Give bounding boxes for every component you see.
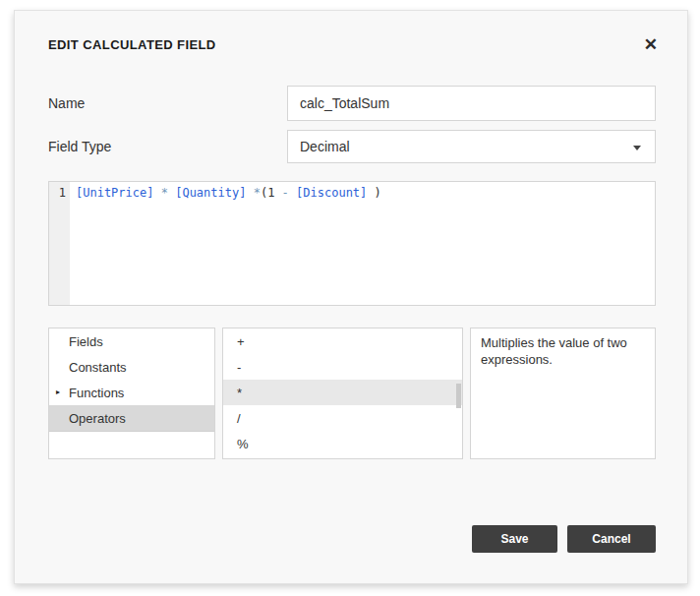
- operator-description: Multiplies the value of two expressions.: [471, 328, 655, 374]
- operator-item-label: %: [237, 437, 249, 451]
- name-input[interactable]: [287, 86, 656, 121]
- dialog-title: EDIT CALCULATED FIELD: [48, 37, 216, 52]
- operator-item-label: +: [237, 334, 245, 349]
- expression-token: ): [367, 186, 380, 200]
- expression-token: [153, 186, 160, 200]
- name-row: Name: [48, 86, 656, 121]
- field-type-select[interactable]: Decimal: [287, 130, 656, 163]
- category-item-constants[interactable]: Constants: [49, 354, 214, 380]
- operator-item[interactable]: -: [223, 354, 462, 380]
- save-button[interactable]: Save: [472, 525, 557, 553]
- operator-item[interactable]: %: [223, 431, 462, 456]
- cancel-button[interactable]: Cancel: [567, 525, 656, 553]
- category-item-functions[interactable]: ▸Functions: [49, 380, 214, 405]
- expression-token: [Quantity]: [175, 186, 246, 200]
- list-divider: [49, 431, 214, 432]
- operator-item-label: -: [237, 360, 241, 375]
- expression-line[interactable]: [UnitPrice] * [Quantity] *(1 - [Discount…: [70, 182, 655, 305]
- operator-item-label: *: [237, 386, 242, 400]
- close-icon[interactable]: ✕: [644, 37, 658, 52]
- category-item-label: Functions: [69, 386, 124, 400]
- edit-calculated-field-dialog: EDIT CALCULATED FIELD ✕ Name Field Type …: [14, 10, 688, 584]
- dialog-footer: Save Cancel: [48, 525, 656, 553]
- expression-token: [UnitPrice]: [76, 186, 153, 200]
- operator-item[interactable]: *: [223, 380, 462, 405]
- category-item-label: Fields: [69, 334, 103, 349]
- field-type-label: Field Type: [48, 139, 111, 154]
- category-item-label: Constants: [69, 360, 127, 375]
- dialog-header: EDIT CALCULATED FIELD ✕: [15, 11, 687, 54]
- reference-panels: FieldsConstants▸FunctionsOperators +-*/%…: [48, 328, 656, 459]
- category-list: FieldsConstants▸FunctionsOperators: [48, 328, 215, 459]
- expression-editor[interactable]: 1 [UnitPrice] * [Quantity] *(1 - [Discou…: [48, 181, 656, 306]
- expression-token: [246, 186, 253, 200]
- field-type-row: Field Type Decimal: [48, 130, 656, 163]
- expression-token: *: [161, 186, 168, 200]
- category-item-label: Operators: [69, 411, 126, 426]
- expression-token: -: [282, 186, 289, 200]
- operator-item-label: /: [237, 411, 241, 426]
- expression-token: [289, 186, 296, 200]
- expression-token: *: [254, 186, 261, 200]
- expression-token: [Discount]: [296, 186, 367, 200]
- line-number: 1: [59, 186, 66, 200]
- category-item-fields[interactable]: Fields: [49, 328, 214, 354]
- category-item-operators[interactable]: Operators: [49, 405, 214, 431]
- scrollbar-thumb[interactable]: [456, 384, 461, 408]
- field-type-value: Decimal: [300, 139, 350, 154]
- operator-list: +-*/%: [222, 328, 463, 459]
- name-label: Name: [48, 95, 85, 111]
- operator-item[interactable]: +: [223, 328, 462, 354]
- expand-arrow-icon[interactable]: ▸: [56, 387, 60, 396]
- editor-gutter: 1: [49, 182, 70, 305]
- chevron-down-icon: [633, 146, 641, 150]
- expression-token: (1: [261, 186, 282, 200]
- description-panel: Multiplies the value of two expressions.: [470, 328, 656, 459]
- operator-item[interactable]: /: [223, 405, 462, 431]
